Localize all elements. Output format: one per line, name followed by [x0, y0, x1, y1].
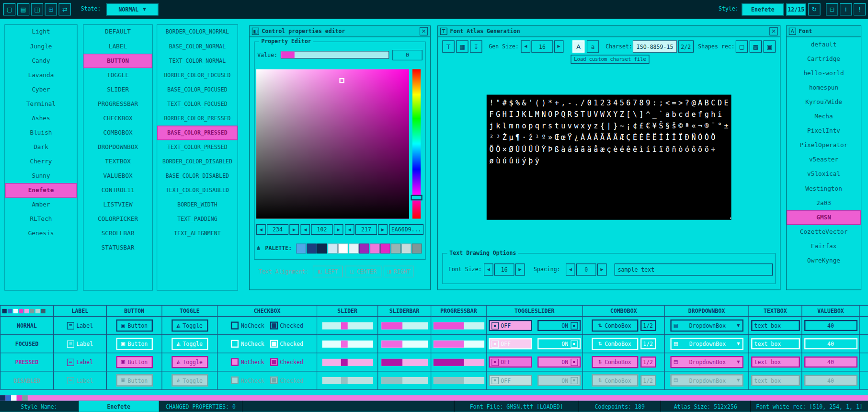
gen-size-value-box[interactable]: 16	[531, 40, 553, 52]
control-list-item[interactable]: STATUSBAR	[83, 241, 152, 255]
style-list-item[interactable]: Jungle	[5, 39, 77, 54]
slider-handle[interactable]	[341, 340, 348, 347]
palette-swatch[interactable]	[370, 243, 380, 253]
gen-size-decrease-button[interactable]: ◀	[521, 40, 530, 52]
font-list-item[interactable]: 2a03	[787, 196, 861, 210]
property-list-item[interactable]: BORDER_WIDTH	[157, 198, 238, 212]
style-list-item[interactable]: Genesis	[5, 227, 77, 241]
style-list-item[interactable]: Lavanda	[5, 68, 77, 82]
style-list-item[interactable]: Cyber	[5, 82, 77, 97]
textbox-preview[interactable]: text box	[751, 320, 800, 331]
toggle-preview[interactable]: ◭Toggle	[171, 374, 208, 386]
button-preview[interactable]: ▣Button	[116, 356, 152, 368]
blue-increase-button[interactable]: ▶	[378, 224, 388, 235]
toggle-preview[interactable]: ◭Toggle	[171, 320, 208, 332]
green-value-box[interactable]: 102	[311, 224, 332, 235]
font-list-item[interactable]: homespun	[787, 81, 861, 95]
control-list-item[interactable]: SLIDER	[83, 82, 152, 97]
font-list-item[interactable]: default	[787, 38, 861, 52]
font-list-item[interactable]: Fairfax	[787, 239, 861, 253]
control-list-item[interactable]: SCROLLBAR	[83, 227, 152, 241]
checkbox-checked-preview[interactable]: Checked	[270, 377, 303, 384]
textbox-preview[interactable]: text box	[751, 375, 800, 386]
slider-preview[interactable]	[322, 322, 373, 329]
combobox-preview[interactable]: ⇅ComboBox	[592, 374, 638, 386]
sliderbar-preview[interactable]	[381, 358, 428, 366]
palette-swatch[interactable]	[317, 243, 327, 253]
palette-swatch[interactable]	[401, 243, 411, 253]
palette-swatch[interactable]	[307, 243, 317, 253]
spacing-value-box[interactable]: 0	[576, 263, 596, 275]
button-preview[interactable]: ▣Button	[116, 338, 152, 350]
dropdownbox-preview[interactable]: ▤DropdownBox▼	[670, 374, 743, 386]
valuebox-preview[interactable]: 40	[804, 338, 857, 349]
dropdownbox-preview[interactable]: ▤DropdownBox▼	[670, 338, 743, 350]
font-list-item[interactable]: CozetteVector	[787, 225, 861, 239]
font-size-value-box[interactable]: 16	[494, 263, 514, 275]
shapes-fill-button[interactable]: ▩	[750, 40, 762, 52]
charset-page-box[interactable]: 2/2	[678, 40, 694, 52]
sliderbar-preview[interactable]	[381, 377, 428, 384]
property-list-item[interactable]: BASE_COLOR_NORMAL	[157, 39, 238, 54]
toggleslider-on-preview[interactable]: ON▪	[537, 320, 581, 331]
slider-handle[interactable]	[341, 322, 348, 329]
label-preview[interactable]: ≡Label	[67, 322, 93, 329]
shapes-white-button[interactable]: ▢	[736, 40, 748, 52]
control-list-item[interactable]: LISTVIEW	[83, 198, 152, 212]
screen-mode-button[interactable]: ⊡	[826, 3, 838, 15]
font-list-item[interactable]: v5easter	[787, 153, 861, 167]
toggleslider-off-preview[interactable]: ▪OFF	[489, 338, 532, 349]
property-list-item[interactable]: BORDER_COLOR_NORMAL	[157, 25, 238, 39]
toggle-preview[interactable]: ◭Toggle	[171, 338, 208, 350]
button-preview[interactable]: ▣Button	[116, 374, 152, 386]
property-list-item[interactable]: TEXT_PADDING	[157, 212, 238, 227]
combobox-count-button[interactable]: 1/2	[640, 375, 655, 386]
dropdownbox-preview[interactable]: ▤DropdownBox▼	[670, 356, 743, 368]
color-picker-area[interactable]	[256, 69, 409, 218]
valuebox-preview[interactable]: 40	[804, 356, 857, 367]
control-list-item[interactable]: DROPDOWNBOX	[83, 140, 152, 154]
close-button[interactable]: ×	[420, 27, 428, 35]
blue-value-box[interactable]: 217	[355, 224, 377, 235]
color-picker-cursor[interactable]	[339, 78, 344, 83]
red-value-box[interactable]: 234	[267, 224, 288, 235]
combobox-count-button[interactable]: 1/2	[640, 320, 655, 331]
dropdownbox-preview[interactable]: ▤DropdownBox▼	[670, 320, 743, 332]
toggleslider-on-preview[interactable]: ON▪	[537, 375, 581, 386]
control-list-item[interactable]: PROGRESSBAR	[83, 97, 152, 111]
load-charset-button[interactable]: A	[572, 40, 584, 52]
state-dropdown[interactable]: NORMAL ▼	[106, 3, 159, 15]
property-list-item[interactable]: TEXT_COLOR_NORMAL	[157, 54, 238, 68]
green-decrease-button[interactable]: ◀	[300, 224, 310, 235]
control-list-item[interactable]: TOGGLE	[83, 68, 152, 82]
checkbox-unchecked-preview[interactable]: NoCheck	[231, 340, 264, 348]
combobox-count-button[interactable]: 1/2	[640, 338, 655, 349]
export-style-button[interactable]: ⊞	[45, 3, 57, 15]
style-name-box[interactable]: Enefete	[742, 3, 784, 15]
font-list-item[interactable]: GMSN	[787, 210, 861, 225]
properties-window-titlebar[interactable]: ◧ Control properties editor ×	[250, 26, 430, 37]
style-list-item[interactable]: Sunny	[5, 169, 77, 183]
checkbox-unchecked-preview[interactable]: NoCheck	[231, 321, 264, 329]
control-list-item[interactable]: LABEL	[83, 39, 152, 54]
palette-swatch[interactable]	[391, 243, 401, 253]
slider-handle[interactable]	[341, 377, 348, 384]
new-style-button[interactable]: ▢	[3, 3, 15, 15]
property-list-item[interactable]: TEXT_COLOR_FOCUSED	[157, 97, 238, 111]
align-right-button[interactable]: ◨ RIGHT	[384, 266, 413, 277]
combobox-preview[interactable]: ⇅ComboBox	[592, 338, 638, 350]
style-list-item[interactable]: Amber	[5, 198, 77, 212]
reload-style-button[interactable]: ↻	[808, 3, 820, 15]
hue-slider-handle[interactable]	[411, 195, 422, 201]
label-preview[interactable]: ≡Label	[67, 340, 93, 347]
control-list-item[interactable]: COMBOBOX	[83, 126, 152, 140]
combobox-count-button[interactable]: 1/2	[640, 356, 655, 367]
checkbox-checked-preview[interactable]: Checked	[270, 321, 303, 329]
control-list-item[interactable]: TEXTBOX	[83, 154, 152, 169]
palette-swatch[interactable]	[380, 243, 390, 253]
font-list-item[interactable]: Mecha	[787, 110, 861, 124]
valuebox-preview[interactable]: 40	[804, 320, 857, 331]
slider-preview[interactable]	[322, 377, 373, 384]
type-button[interactable]: T	[442, 40, 454, 52]
toggleslider-off-preview[interactable]: ▪OFF	[489, 320, 532, 331]
